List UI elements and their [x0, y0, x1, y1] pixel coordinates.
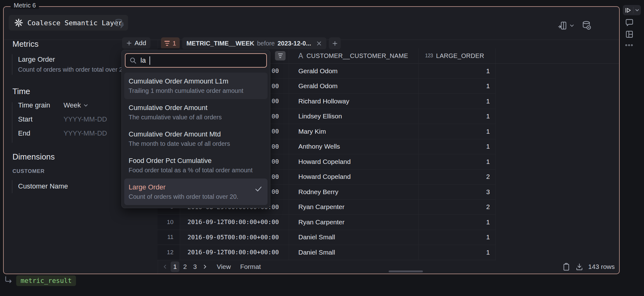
- download-icon[interactable]: [575, 263, 584, 271]
- chevron-down-icon: [83, 103, 88, 108]
- indent-guide: [12, 102, 12, 143]
- cell-empty: [496, 139, 619, 155]
- layout-icon: [625, 30, 634, 39]
- insert-table-icon: [558, 21, 567, 30]
- large-order-column-header[interactable]: 123 LARGE_ORDER: [419, 48, 496, 64]
- filter-chip[interactable]: METRIC_TIME__WEEK before 2023-12-0...: [182, 37, 326, 49]
- insert-table-button[interactable]: [558, 21, 574, 30]
- more-options-button[interactable]: [625, 44, 633, 47]
- cell-value[interactable]: 3: [419, 184, 496, 200]
- copy-table-icon[interactable]: [562, 263, 571, 271]
- next-page-button[interactable]: [201, 261, 209, 272]
- cell-customer[interactable]: Richard Holloway: [289, 94, 419, 109]
- table-row: 12 2016-09-12T00:00:00+00:00 Daniel Smal…: [158, 245, 619, 260]
- cell-customer[interactable]: Ryan Carpenter: [289, 215, 419, 230]
- cell-value[interactable]: 1: [419, 139, 496, 155]
- view-source-data-button[interactable]: [582, 21, 592, 31]
- metric-option[interactable]: Food Order Pct Cumulative Food order tot…: [124, 152, 268, 179]
- source-chip[interactable]: Coalesce Semantic Layer: [9, 15, 128, 31]
- dimensions-heading: Dimensions: [12, 152, 55, 162]
- cell-customer[interactable]: Ryan Carpenter: [289, 200, 419, 215]
- metric-option[interactable]: Cumulative Order Ammount L1m Trailing 1 …: [124, 73, 268, 99]
- column-label: LARGE_ORDER: [436, 52, 484, 60]
- remove-filter-icon[interactable]: [316, 41, 322, 46]
- start-date-input[interactable]: YYYY-MM-DD: [64, 115, 107, 123]
- cell-customer[interactable]: Rodney Berry: [289, 184, 419, 200]
- cell-value[interactable]: 1: [419, 154, 496, 169]
- prev-page-button[interactable]: [161, 261, 169, 272]
- metric-option[interactable]: Cumulative Order Amount Mtd The month to…: [124, 126, 268, 152]
- comment-icon: [625, 18, 634, 27]
- cell-value[interactable]: 2: [419, 169, 496, 185]
- database-eye-icon: [582, 21, 592, 31]
- cell-value[interactable]: 1: [419, 124, 496, 139]
- comment-button[interactable]: [625, 18, 634, 27]
- cell-date[interactable]: 2016-09-05T00:00:00+00:00: [180, 230, 289, 245]
- cell-customer[interactable]: Howard Copeland: [289, 169, 419, 185]
- format-menu[interactable]: Format: [240, 263, 261, 270]
- cell-customer[interactable]: Mary Kim: [289, 124, 419, 139]
- cell-customer[interactable]: Daniel Small: [289, 230, 419, 245]
- source-title: Coalesce Semantic Layer: [27, 19, 122, 27]
- cell-empty: [496, 245, 619, 260]
- page-button-3[interactable]: 3: [191, 261, 199, 272]
- view-menu[interactable]: View: [217, 263, 231, 270]
- start-label: Start: [18, 115, 64, 123]
- cell-value[interactable]: 1: [419, 245, 496, 260]
- end-label: End: [18, 129, 64, 137]
- filter-count-chip[interactable]: 1: [161, 37, 180, 49]
- cell-customer[interactable]: Howard Copeland: [289, 154, 419, 169]
- option-description: The cumulative value of all orders: [129, 114, 263, 121]
- cell-date[interactable]: 2016-09-12T00:00:00+00:00: [180, 215, 289, 230]
- metric-cell-panel: Coalesce Semantic Layer: [3, 6, 620, 274]
- cell-value[interactable]: 1: [419, 215, 496, 230]
- run-options-button[interactable]: [633, 8, 641, 12]
- cell-value[interactable]: 1: [419, 230, 496, 245]
- customer-column-header[interactable]: A CUSTOMER__CUSTOMER_NAME: [289, 48, 419, 64]
- add-another-filter-button[interactable]: [329, 37, 341, 49]
- output-variable-chip[interactable]: metric_result: [16, 275, 76, 286]
- output-variable-name: metric_result: [21, 277, 72, 284]
- coalesce-logo-icon: [14, 18, 23, 27]
- cell-value[interactable]: 1: [419, 64, 496, 79]
- dimension-item[interactable]: Customer Name: [18, 182, 68, 190]
- time-grain-select[interactable]: Week: [64, 101, 88, 109]
- chevron-down-icon: [570, 23, 574, 28]
- metric-option[interactable]: Cumulative Order Amount The cumulative v…: [124, 99, 268, 126]
- cell-customer[interactable]: Gerald Odom: [289, 64, 419, 79]
- plus-icon: [126, 41, 132, 46]
- cell-customer[interactable]: Daniel Small: [289, 245, 419, 260]
- horizontal-scrollbar[interactable]: [389, 270, 423, 272]
- option-title: Cumulative Order Amount: [129, 104, 263, 112]
- row-number: 12: [158, 245, 180, 260]
- layout-button[interactable]: [625, 30, 634, 39]
- empty-header-cell: [496, 48, 619, 64]
- option-title: Cumulative Order Amount Mtd: [129, 130, 263, 138]
- metric-option-selected[interactable]: Large Order Count of orders with order t…: [124, 179, 268, 205]
- cell-customer[interactable]: Anthony Wells: [289, 139, 419, 155]
- option-title: Food Order Pct Cumulative: [129, 157, 263, 165]
- page-button-2[interactable]: 2: [181, 261, 189, 272]
- option-title: Large Order: [129, 183, 263, 191]
- metrics-heading: Metrics: [12, 39, 39, 49]
- option-description: Food order total as a % of total order a…: [129, 167, 263, 174]
- edit-source-icon[interactable]: [114, 18, 125, 29]
- time-heading: Time: [12, 87, 30, 96]
- cell-value[interactable]: 1: [419, 109, 496, 124]
- end-date-input[interactable]: YYYY-MM-DD: [64, 129, 107, 137]
- page-button-1[interactable]: 1: [171, 261, 179, 272]
- metric-item-title[interactable]: Large Order: [18, 55, 55, 64]
- cell-customer[interactable]: Gerald Odom: [289, 79, 419, 94]
- output-arrow-icon: [4, 275, 13, 285]
- run-cell-button[interactable]: [623, 5, 641, 15]
- cell-customer[interactable]: Lindsey Ellison: [289, 109, 419, 124]
- cell-value[interactable]: 1: [419, 79, 496, 94]
- cell-value[interactable]: 1: [419, 94, 496, 109]
- add-filter-button[interactable]: Add: [122, 37, 150, 49]
- metric-item-description: Count of orders with order total over 20…: [18, 66, 128, 73]
- cell-value[interactable]: 2: [419, 200, 496, 215]
- column-filter-icon[interactable]: [275, 51, 286, 60]
- metric-search-input[interactable]: la: [125, 53, 267, 68]
- plus-icon: [332, 41, 338, 46]
- cell-date[interactable]: 2016-09-12T00:00:00+00:00: [180, 245, 289, 260]
